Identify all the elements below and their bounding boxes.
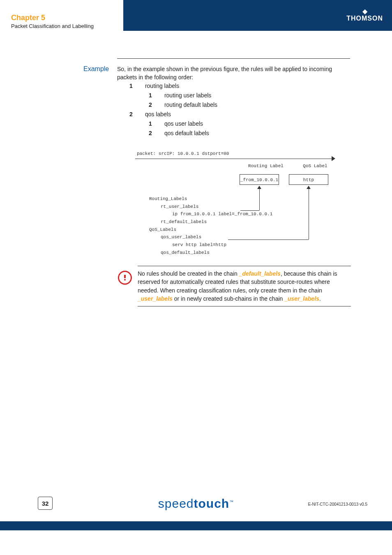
note-em: _user_labels [284,295,319,302]
footer-brand-light: speed [158,497,194,510]
brand-text: THOMSON [346,15,383,22]
tree-line: Routing_Labels [149,195,272,203]
list-item: 2 routing default labels [149,101,346,108]
list-text: routing default labels [164,101,217,108]
note-span: No rules should be created in the chain [138,270,239,277]
tree-line: QoS_Labels [149,226,272,234]
tree-line: serv http label=http [149,241,272,249]
list-text: routing labels [145,83,179,89]
diagram-val-routing: _from_10.0.0.1 [240,174,279,185]
brand-icon: ◆ [346,8,383,15]
list-item: 2 qos default labels [149,130,346,136]
list-item: 1 qos user labels [149,120,346,127]
note-em: _default_labels [239,270,281,277]
note-span: or in newly created sub-chains in the ch… [173,295,284,302]
note-block: No rules should be created in the chain … [118,266,351,306]
diagram-col-routing: Routing Label [245,164,286,168]
note-span: . [319,295,321,302]
list-num: 2 [149,130,163,136]
list-text: routing user labels [164,92,211,99]
list-num: 2 [129,111,143,117]
tree-line: qos_default_labels [149,249,272,257]
footer-bar [0,521,392,530]
list-item: 2 qos labels [129,111,347,117]
trademark-icon: ™ [229,500,234,504]
note-rule [138,266,351,266]
section-intro: So, in the example shown in the previous… [117,65,350,82]
tree-line: rt_user_labels [149,203,272,211]
brand-logo: ◆ THOMSON [346,8,383,22]
warning-icon [118,271,132,285]
footer-brand-bold: touch [194,497,230,510]
list-item: 1 routing user labels [149,92,346,99]
note-em: _user_labels [138,295,173,302]
section-label: Example [83,65,109,73]
tree-line: ip from_10.0.0.1 label=_from_10.0.0.1 [149,210,272,218]
note-rule [138,306,351,306]
list-text: qos default labels [164,130,209,136]
doc-id: E-NIT-CTC-20041213-0013 v0.5 [308,502,367,507]
connector [309,188,309,240]
chapter-title: Chapter 5 [11,14,45,22]
list-num: 1 [149,120,163,127]
diagram-val-qos: http [289,174,328,185]
note-text: No rules should be created in the chain … [138,269,351,303]
tree-line: qos_user_labels [149,233,272,241]
arrowhead-up-icon [257,186,261,189]
diagram: packet: srcIP: 10.0.0.1 dstport=80 Routi… [135,147,335,254]
section-rule [117,58,350,59]
diagram-col-qos: QoS Label [295,164,336,168]
list-text: qos labels [145,111,171,117]
diagram-arrowhead [332,156,335,161]
list-item: 1 routing labels [129,83,347,89]
diagram-packet-line: packet: srcIP: 10.0.0.1 dstport=80 [137,151,229,156]
diagram-tree: Routing_Labels rt_user_labels ip from_10… [149,195,272,257]
chapter-subtitle: Packet Classification and Labelling [11,23,94,29]
tree-line: rt_default_labels [149,218,272,226]
list-text: qos user labels [164,120,203,127]
arrowhead-up-icon [307,186,311,189]
list-num: 1 [129,83,143,89]
diagram-arrow-line [135,159,334,159]
list-num: 2 [149,101,163,108]
list-num: 1 [149,92,163,99]
